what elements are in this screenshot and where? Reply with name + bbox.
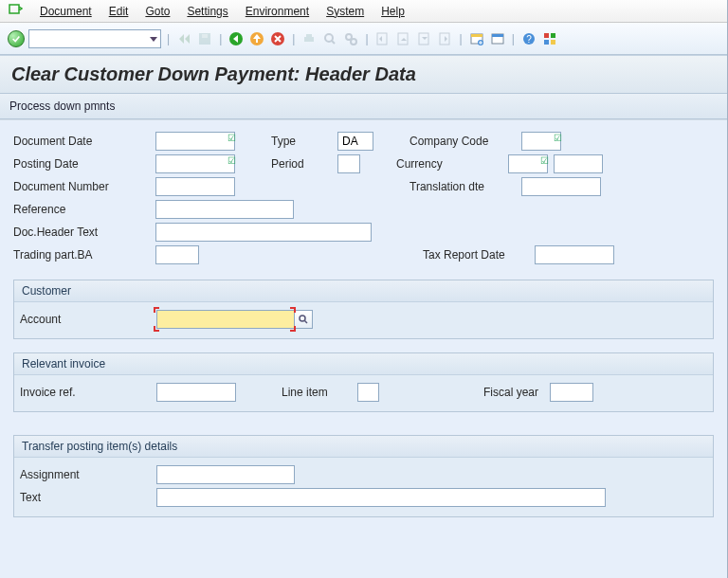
help-icon[interactable]: ? <box>520 30 537 47</box>
first-page-icon[interactable] <box>374 30 391 47</box>
svg-point-7 <box>346 34 352 40</box>
page-title: Clear Customer Down Payment: Header Data <box>11 63 716 85</box>
svg-rect-14 <box>471 34 482 37</box>
svg-point-8 <box>351 39 356 45</box>
label-currency: Currency <box>396 157 508 171</box>
menu-dropdown-icon[interactable] <box>8 2 23 20</box>
tax-report-date-field[interactable] <box>535 245 614 264</box>
label-document-date: Document Date <box>13 135 155 148</box>
menu-environment[interactable]: Environment <box>246 5 309 18</box>
cancel-icon[interactable] <box>269 30 286 47</box>
label-tax-report-date: Tax Report Date <box>423 248 535 262</box>
company-code-field[interactable] <box>521 132 561 151</box>
svg-point-6 <box>325 34 333 42</box>
doc-header-text-field[interactable] <box>155 223 372 242</box>
relevant-invoice-group: Relevant invoice Invoice ref. Line item … <box>13 352 714 412</box>
svg-rect-5 <box>306 34 312 37</box>
label-fiscal-year: Fiscal year <box>483 386 550 399</box>
label-text: Text <box>20 491 156 504</box>
line-item-field[interactable] <box>357 383 379 402</box>
back-icon[interactable] <box>228 30 245 47</box>
find-next-icon[interactable] <box>342 30 359 47</box>
command-field[interactable] <box>28 29 161 48</box>
svg-rect-0 <box>202 34 208 38</box>
menu-help[interactable]: Help <box>381 5 405 18</box>
menu-system[interactable]: System <box>326 5 364 18</box>
customer-group-title: Customer <box>14 280 713 302</box>
label-line-item: Line item <box>282 386 357 399</box>
svg-text:?: ? <box>526 34 532 45</box>
trading-part-ba-field[interactable] <box>155 245 199 264</box>
menubar: Document Edit Goto Settings Environment … <box>0 0 727 23</box>
find-icon[interactable] <box>321 30 338 47</box>
account-field[interactable] <box>156 310 295 329</box>
svg-point-24 <box>300 316 305 321</box>
menu-settings[interactable]: Settings <box>187 5 228 18</box>
enter-button[interactable] <box>8 30 25 47</box>
reference-field[interactable] <box>155 200 294 219</box>
translation-dte-field[interactable] <box>521 177 601 196</box>
document-number-field[interactable] <box>155 177 235 196</box>
menu-edit[interactable]: Edit <box>109 5 129 18</box>
exchange-rate-field[interactable] <box>554 154 603 173</box>
label-company-code: Company Code <box>410 135 521 148</box>
svg-rect-21 <box>551 33 555 38</box>
label-trading-part-ba: Trading part.BA <box>13 248 155 262</box>
label-period: Period <box>271 157 337 171</box>
toolbar: | | | | | | ? <box>0 23 727 55</box>
type-field[interactable] <box>337 132 373 151</box>
print-icon[interactable] <box>300 30 318 47</box>
customize-icon[interactable] <box>541 30 558 47</box>
label-reference: Reference <box>13 203 155 216</box>
layout-icon[interactable] <box>489 30 506 47</box>
svg-rect-23 <box>551 40 555 45</box>
document-date-field[interactable] <box>155 132 235 151</box>
fiscal-year-field[interactable] <box>550 383 593 402</box>
label-doc-header-text: Doc.Header Text <box>13 226 155 239</box>
transfer-posting-title: Transfer posting item(s) details <box>14 436 713 458</box>
label-invoice-ref: Invoice ref. <box>20 386 156 399</box>
label-document-number: Document Number <box>13 180 155 193</box>
form-area: Document Date ☑ Type Company Code ☑ Post… <box>0 119 727 578</box>
label-posting-date: Posting Date <box>13 157 155 171</box>
posting-date-field[interactable] <box>155 154 235 173</box>
application-toolbar: Process down pmnts <box>0 94 727 119</box>
assignment-field[interactable] <box>156 465 295 484</box>
svg-rect-17 <box>492 34 503 37</box>
last-page-icon[interactable] <box>437 30 454 47</box>
menu-document[interactable]: Document <box>40 5 92 18</box>
transfer-posting-group: Transfer posting item(s) details Assignm… <box>13 435 714 517</box>
label-translation-dte: Translation dte <box>410 180 521 193</box>
label-account: Account <box>20 313 156 326</box>
svg-rect-20 <box>544 33 549 38</box>
currency-field[interactable] <box>508 154 548 173</box>
next-page-icon[interactable] <box>416 30 433 47</box>
back-double-icon[interactable] <box>175 30 192 47</box>
menu-goto[interactable]: Goto <box>145 5 170 18</box>
process-down-pmnts-button[interactable]: Process down pmnts <box>9 99 115 113</box>
text-field[interactable] <box>156 488 606 507</box>
exit-icon[interactable] <box>248 30 265 47</box>
prev-page-icon[interactable] <box>395 30 412 47</box>
label-assignment: Assignment <box>20 468 156 481</box>
label-type: Type <box>271 135 337 148</box>
save-icon[interactable] <box>196 30 213 47</box>
title-bar: Clear Customer Down Payment: Header Data <box>0 55 727 94</box>
svg-rect-22 <box>544 40 549 45</box>
relevant-invoice-title: Relevant invoice <box>14 353 713 375</box>
invoice-ref-field[interactable] <box>156 383 236 402</box>
period-field[interactable] <box>337 154 360 173</box>
svg-rect-4 <box>304 37 314 42</box>
customer-group: Customer Account <box>13 280 714 339</box>
account-search-help-button[interactable] <box>294 310 313 329</box>
new-session-icon[interactable] <box>468 30 485 47</box>
